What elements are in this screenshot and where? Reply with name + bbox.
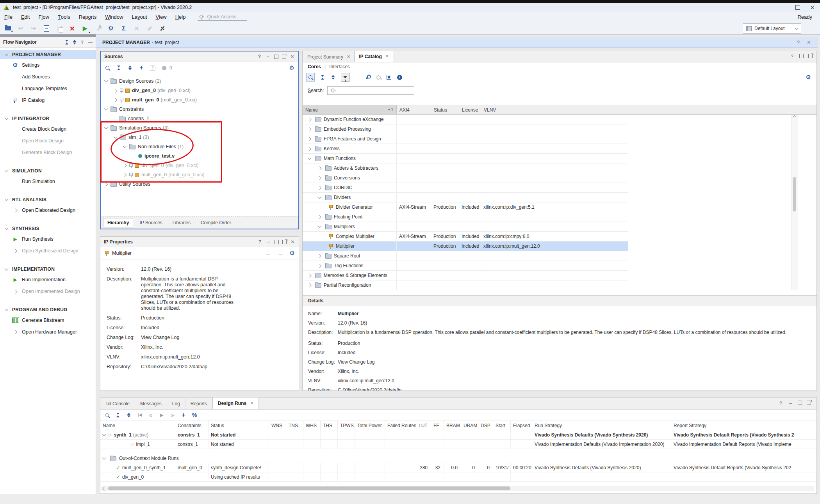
float-icon[interactable] (808, 54, 813, 58)
minimize-icon[interactable]: – (788, 401, 793, 406)
column-header-name[interactable]: Name (100, 421, 175, 430)
chevron-down-icon[interactable] (104, 126, 108, 130)
search-field[interactable] (327, 86, 414, 95)
chevron-right-icon[interactable] (123, 173, 127, 177)
search-icon[interactable] (105, 65, 110, 71)
chevron-right-icon[interactable] (123, 163, 127, 167)
source-item-div-gen-0[interactable]: div_gen_0(div_gen_0.xci) (101, 161, 298, 170)
abort-icon[interactable] (157, 23, 168, 33)
sources-tab-libraries[interactable]: Libraries (169, 218, 194, 227)
sources-panel-header[interactable]: Sources ?–✕ (101, 51, 298, 62)
back-arrow-icon[interactable]: ← (266, 250, 271, 257)
open-icon[interactable] (2, 23, 13, 33)
close-icon[interactable]: ✕ (806, 40, 811, 45)
menu-layout[interactable]: Layout (127, 12, 151, 22)
ip-properties-header[interactable]: IP Properties ?–✕ (100, 237, 299, 247)
search-icon[interactable] (104, 412, 110, 418)
column-header-status[interactable]: Status (431, 105, 459, 114)
scrollbar-thumb[interactable] (793, 177, 796, 211)
chevron-right-icon[interactable] (114, 89, 118, 92)
sidebar-item-generate-block-design[interactable]: Generate Block Design (0, 147, 96, 158)
column-header-report-strategy[interactable]: Report Strategy (671, 421, 817, 430)
help-icon[interactable]: ? (257, 240, 262, 245)
chevron-down-icon[interactable] (102, 432, 106, 436)
expand-icon[interactable] (330, 74, 336, 80)
save-icon[interactable] (41, 23, 52, 33)
minimize-panel-icon[interactable]: — (88, 40, 93, 44)
window-close-button[interactable]: ✕ (810, 5, 815, 11)
view-cores[interactable]: Cores (308, 64, 321, 69)
sidebar-item-settings[interactable]: ⚙Settings (0, 59, 96, 71)
close-tab-icon[interactable]: ✕ (250, 401, 253, 406)
catalog-row-math-functions[interactable]: Math Functions (303, 154, 628, 163)
chevron-right-icon[interactable] (318, 215, 322, 219)
menu-tools[interactable]: Tools (53, 12, 75, 22)
edit-icon[interactable] (144, 23, 155, 33)
column-header-name[interactable]: Name1 (303, 105, 397, 114)
source-item-utility-sources[interactable]: Utility Sources (101, 179, 298, 189)
search-input[interactable] (330, 87, 402, 94)
run-row-synth-1[interactable]: ▷synth_1(active)constrs_1Not startedViva… (100, 430, 816, 440)
column-header-start[interactable]: Start (493, 421, 511, 430)
menu-view[interactable]: View (152, 12, 171, 22)
sidebar-section-implementation[interactable]: IMPLEMENTATION (0, 264, 96, 274)
catalog-row-kernels[interactable]: Kernels (303, 144, 628, 154)
column-header-dsp[interactable]: DSP (478, 421, 493, 430)
window-maximize-button[interactable] (795, 5, 800, 10)
help-icon[interactable]: ? (778, 401, 783, 406)
menu-flow[interactable]: Flow (34, 12, 53, 22)
sidebar-item-open-synthesized-design[interactable]: Open Synthesized Design (0, 245, 96, 257)
source-item-sim-1[interactable]: sim_1(3) (101, 133, 298, 142)
column-header-failed-routes[interactable]: Failed Routes (385, 421, 416, 430)
field-value[interactable]: Production (141, 315, 164, 321)
sources-tab-compile-order[interactable]: Compile Order (197, 218, 235, 227)
maximize-icon[interactable] (274, 55, 278, 59)
column-header-status[interactable]: Status (209, 421, 269, 430)
layout-selector[interactable]: Default Layout (743, 23, 801, 34)
help-icon[interactable]: ? (81, 40, 84, 44)
view-interfaces[interactable]: Interfaces (329, 64, 350, 69)
catalog-row-multipliers[interactable]: Multipliers (303, 222, 628, 232)
source-item-mult-gen-0[interactable]: mult_gen_0(mult_gen_0.xci) (101, 170, 298, 179)
sidebar-item-generate-bitstream[interactable]: Generate Bitstream (0, 314, 96, 326)
catalog-row-floating-point[interactable]: Floating Point (303, 212, 628, 222)
run-row-div-gen-0[interactable]: ✓div_gen_0Using cached IP results (100, 472, 816, 482)
catalog-row-dynamic-function-exchange[interactable]: Dynamic Function eXchange (303, 115, 628, 124)
add-icon[interactable] (139, 65, 144, 71)
close-icon[interactable]: ✕ (290, 240, 295, 245)
column-header-constraints[interactable]: Constraints (175, 421, 209, 430)
quick-access-input[interactable] (207, 14, 242, 20)
sidebar-item-language-templates[interactable]: Language Templates (0, 83, 96, 94)
chevron-right-icon[interactable] (318, 254, 322, 258)
chevron-right-icon[interactable] (318, 166, 322, 170)
catalog-row-square-root[interactable]: Square Root (303, 251, 628, 261)
settings-gear-icon[interactable]: ⚙ (806, 74, 811, 81)
key-icon[interactable] (376, 74, 381, 80)
scroll-up-icon[interactable] (793, 115, 797, 119)
copy-icon[interactable] (54, 23, 65, 33)
sidebar-item-open-implemented-design[interactable]: Open Implemented Design (0, 286, 96, 297)
add-ip-icon[interactable] (355, 74, 360, 80)
source-item-ipcore-test-v[interactable]: ipcore_test.v (101, 151, 298, 161)
column-header-tpws[interactable]: TPWS (338, 421, 355, 430)
run-row-mult-gen-0-synth-1[interactable]: ✓mult_gen_0_synth_1mult_gen_0synth_desig… (100, 463, 816, 472)
chevron-down-icon[interactable] (318, 195, 322, 199)
chevron-right-icon[interactable] (308, 117, 312, 121)
tab-tcl-console[interactable]: Tcl Console (100, 398, 135, 409)
column-header-axi4[interactable]: AXI4 (397, 105, 431, 114)
catalog-row-conversions[interactable]: Conversions (303, 173, 628, 183)
sidebar-item-add-sources[interactable]: Add Sources (0, 71, 96, 83)
catalog-row-dividers[interactable]: Dividers (303, 193, 628, 202)
float-icon[interactable] (807, 401, 811, 405)
chevron-down-icon[interactable] (102, 456, 106, 460)
chevron-right-icon[interactable] (308, 137, 312, 141)
column-header-bram[interactable]: BRAM (444, 421, 461, 430)
delete-icon[interactable] (67, 23, 78, 33)
help-icon[interactable]: ? (790, 54, 795, 59)
column-header-license[interactable]: License (459, 105, 481, 114)
help-icon[interactable]: ? (796, 40, 801, 45)
column-header-vlnv[interactable]: VLNV (481, 105, 628, 114)
sidebar-section-program-and-debug[interactable]: PROGRAM AND DEBUG (0, 305, 96, 314)
run-row-impl-1[interactable]: ▷impl_1constrs_1Not startedVivado Implem… (100, 440, 816, 449)
sidebar-item-run-simulation[interactable]: Run Simulation (0, 176, 96, 187)
